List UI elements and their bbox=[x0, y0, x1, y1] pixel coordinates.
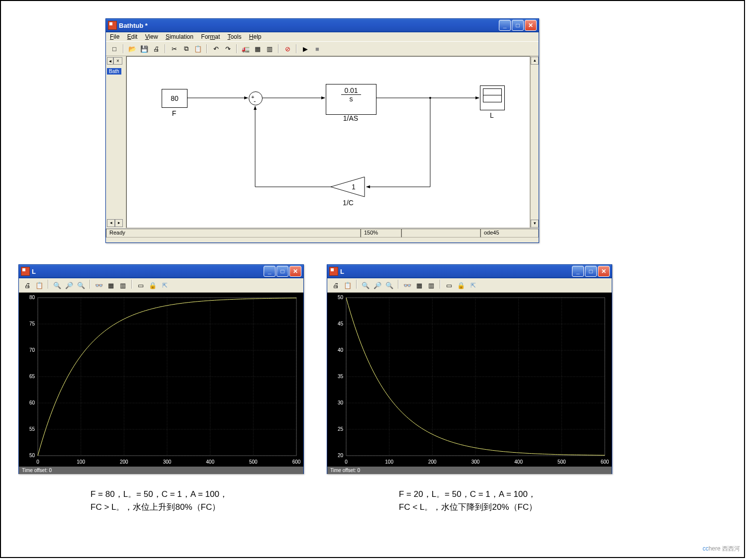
save-axes-icon[interactable]: ▦ bbox=[414, 280, 425, 291]
scroll-right-icon[interactable]: ▸ bbox=[115, 219, 123, 227]
titlebar[interactable]: L _ □ ✕ bbox=[19, 265, 303, 278]
simulink-app-icon bbox=[108, 21, 117, 30]
transfer-fn-block[interactable]: 0.01 s bbox=[326, 84, 376, 115]
tab-close-icon[interactable]: × bbox=[113, 57, 122, 65]
zoom-x-icon[interactable]: 🔎 bbox=[64, 280, 75, 291]
autoscale-icon[interactable]: 👓 bbox=[402, 280, 413, 291]
select-icon[interactable]: ⇱ bbox=[159, 280, 170, 291]
print-icon[interactable]: 🖨 bbox=[151, 43, 162, 54]
paste-icon[interactable]: 📋 bbox=[192, 43, 203, 54]
params-icon[interactable]: 📋 bbox=[34, 280, 45, 291]
select-icon[interactable]: ⇱ bbox=[467, 280, 478, 291]
new-icon[interactable]: □ bbox=[109, 43, 120, 54]
scroll-left-icon[interactable]: ◂ bbox=[107, 219, 115, 227]
float-icon[interactable]: ▭ bbox=[135, 280, 146, 291]
debug-icon[interactable]: ⊘ bbox=[282, 43, 293, 54]
menu-simulation[interactable]: Simulation bbox=[166, 33, 193, 40]
minimize-button[interactable]: _ bbox=[499, 20, 511, 31]
menu-help[interactable]: Help bbox=[249, 33, 262, 40]
scope-app-icon bbox=[21, 267, 30, 276]
close-button[interactable]: ✕ bbox=[525, 20, 537, 31]
svg-text:50: 50 bbox=[29, 453, 35, 458]
maximize-button[interactable]: □ bbox=[585, 266, 597, 277]
menu-file[interactable]: File bbox=[110, 33, 119, 40]
svg-text:100: 100 bbox=[77, 459, 85, 465]
zoom-y-icon[interactable]: 🔍 bbox=[384, 280, 395, 291]
zoom-icon[interactable]: 🔍 bbox=[360, 280, 371, 291]
open-icon[interactable]: 📂 bbox=[127, 43, 138, 54]
gain-label: 1/C bbox=[326, 199, 371, 207]
print-icon[interactable]: 🖨 bbox=[22, 280, 33, 291]
svg-text:300: 300 bbox=[163, 459, 172, 465]
model-browser-item[interactable]: Bath bbox=[107, 68, 121, 75]
svg-text:400: 400 bbox=[206, 459, 214, 465]
menu-tools[interactable]: Tools bbox=[227, 33, 241, 40]
save-axes-icon[interactable]: ▦ bbox=[105, 280, 116, 291]
svg-text:80: 80 bbox=[29, 295, 35, 300]
undo-icon[interactable]: ↶ bbox=[210, 43, 221, 54]
float-icon[interactable]: ▭ bbox=[444, 280, 455, 291]
watermark: cchere 西西河 bbox=[703, 545, 740, 553]
stop-icon[interactable]: ■ bbox=[312, 43, 323, 54]
scope-toolbar: 🖨 📋 🔍 🔎 🔍 👓 ▦ ▥ ▭ 🔒 ⇱ bbox=[327, 278, 612, 293]
svg-text:20: 20 bbox=[338, 453, 344, 458]
svg-text:500: 500 bbox=[249, 459, 258, 465]
autoscale-icon[interactable]: 👓 bbox=[93, 280, 104, 291]
restore-axes-icon[interactable]: ▥ bbox=[117, 280, 128, 291]
scope-block[interactable] bbox=[480, 85, 505, 110]
minimize-button[interactable]: _ bbox=[572, 266, 584, 277]
titlebar[interactable]: L _ □ ✕ bbox=[327, 265, 612, 278]
print-icon[interactable]: 🖨 bbox=[330, 280, 341, 291]
svg-text:200: 200 bbox=[428, 459, 437, 465]
zoom-y-icon[interactable]: 🔍 bbox=[76, 280, 87, 291]
scope-plot-left: 010020030040050060050556065707580 bbox=[19, 293, 303, 467]
model-explorer-icon[interactable]: ▦ bbox=[252, 43, 263, 54]
cut-icon[interactable]: ✂ bbox=[169, 43, 180, 54]
sum-block[interactable]: + - bbox=[249, 91, 263, 105]
params-icon[interactable]: 📋 bbox=[342, 280, 353, 291]
zoom-x-icon[interactable]: 🔎 bbox=[372, 280, 383, 291]
time-offset-label: Time offset: 0 bbox=[327, 467, 612, 474]
menu-edit[interactable]: Edit bbox=[127, 33, 138, 40]
menu-view[interactable]: View bbox=[145, 33, 158, 40]
maximize-button[interactable]: □ bbox=[277, 266, 288, 277]
tab-arrow-icon[interactable]: ◂ bbox=[107, 57, 113, 65]
minimize-button[interactable]: _ bbox=[264, 266, 276, 277]
copy-icon[interactable]: ⧉ bbox=[181, 43, 191, 54]
close-button[interactable]: ✕ bbox=[598, 266, 610, 277]
lock-icon[interactable]: 🔒 bbox=[147, 280, 158, 291]
status-ready: Ready bbox=[106, 229, 361, 238]
vertical-scrollbar[interactable]: ▴ ▾ bbox=[530, 56, 539, 228]
caption-left: F = 80，L。= 50，C = 1，A = 100， FC > L。，水位上… bbox=[91, 488, 228, 513]
gain-block[interactable]: 1 bbox=[331, 176, 366, 199]
toolbar: □ 📂 💾 🖨 ✂ ⧉ 📋 ↶ ↷ 🚛 ▦ ▥ ⊘ ▶ ■ bbox=[106, 41, 539, 56]
status-solver: ode45 bbox=[480, 229, 539, 238]
page-frame: Bathtub * _ □ ✕ File Edit View Simulatio… bbox=[0, 0, 745, 558]
zoom-icon[interactable]: 🔍 bbox=[52, 280, 63, 291]
svg-text:50: 50 bbox=[338, 295, 344, 300]
scope-window-right: L _ □ ✕ 🖨 📋 🔍 🔎 🔍 👓 ▦ ▥ ▭ 🔒 ⇱ 0100200300… bbox=[327, 264, 612, 474]
redo-icon[interactable]: ↷ bbox=[222, 43, 233, 54]
scroll-up-icon[interactable]: ▴ bbox=[531, 57, 539, 65]
constant-block[interactable]: 80 bbox=[162, 89, 187, 108]
svg-text:0: 0 bbox=[345, 459, 348, 465]
window-title: L bbox=[32, 268, 264, 275]
maximize-button[interactable]: □ bbox=[512, 20, 524, 31]
simulink-window: Bathtub * _ □ ✕ File Edit View Simulatio… bbox=[105, 18, 539, 243]
restore-axes-icon[interactable]: ▥ bbox=[426, 280, 437, 291]
save-icon[interactable]: 💾 bbox=[139, 43, 150, 54]
svg-text:35: 35 bbox=[338, 374, 344, 379]
titlebar[interactable]: Bathtub * _ □ ✕ bbox=[106, 19, 539, 32]
library-browser-icon[interactable]: 🚛 bbox=[240, 43, 251, 54]
play-icon[interactable]: ▶ bbox=[300, 43, 311, 54]
svg-text:500: 500 bbox=[558, 459, 566, 465]
config-icon[interactable]: ▥ bbox=[264, 43, 275, 54]
svg-text:55: 55 bbox=[29, 426, 35, 432]
menu-format[interactable]: Format bbox=[201, 33, 220, 40]
close-button[interactable]: ✕ bbox=[289, 266, 301, 277]
tf-numerator: 0.01 bbox=[341, 86, 361, 95]
model-canvas[interactable]: 80 F + - 0.01 s 1/AS L bbox=[126, 56, 530, 228]
scroll-down-icon[interactable]: ▾ bbox=[531, 220, 539, 228]
svg-text:65: 65 bbox=[29, 374, 35, 379]
lock-icon[interactable]: 🔒 bbox=[456, 280, 467, 291]
